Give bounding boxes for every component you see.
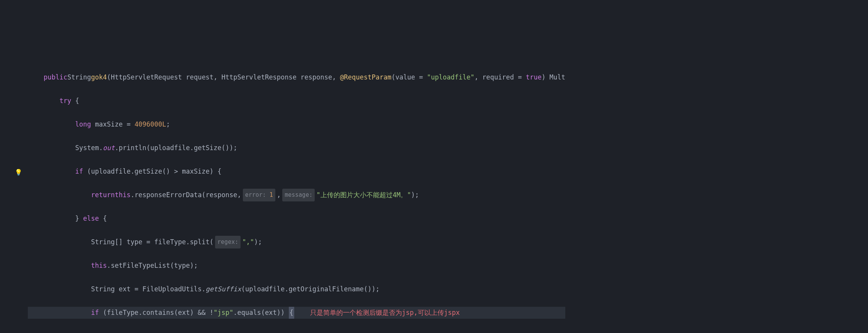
lightbulb-icon[interactable]: 💡 (15, 167, 22, 179)
code-content[interactable]: public String gok4(HttpServletRequest re… (26, 47, 565, 333)
code-line: String[] type = fileType.split( regex: "… (28, 236, 565, 248)
method-name: gok4 (91, 71, 107, 83)
comment-annotation: 只是简单的一个检测后缀是否为jsp,可以上传jspx (294, 307, 460, 319)
annotation: @RequestParam (340, 71, 392, 83)
code-line: String filePath = this.getPath(request, … (28, 330, 565, 333)
code-line: } else { (28, 213, 565, 225)
code-line: public String gok4(HttpServletRequest re… (28, 71, 565, 83)
code-line: String ext = FileUploadUtils.getSuffix(u… (28, 283, 565, 295)
code-line-active: if (fileType.contains(ext) && !"jsp".equ… (28, 307, 565, 319)
param-hint: regex: (215, 236, 241, 248)
code-line: System.out.println(uploadfile.getSize())… (28, 142, 565, 154)
param-hint: message: (282, 189, 315, 201)
code-line: long maxSize = 4096000L; (28, 118, 565, 130)
code-line: return this.responseErrorData(response, … (28, 189, 565, 201)
cursor-block: { (289, 307, 294, 319)
editor-gutter: 💡 (0, 47, 26, 333)
keyword: public (44, 71, 67, 83)
param-hint: error: 1 (243, 189, 275, 201)
code-line: if (uploadfile.getSize() > maxSize) { (28, 166, 565, 177)
code-editor[interactable]: 💡 public String gok4(HttpServletRequest … (0, 47, 868, 333)
code-line: this.setFileTypeList(type); (28, 260, 565, 272)
code-line: try { (28, 95, 565, 107)
